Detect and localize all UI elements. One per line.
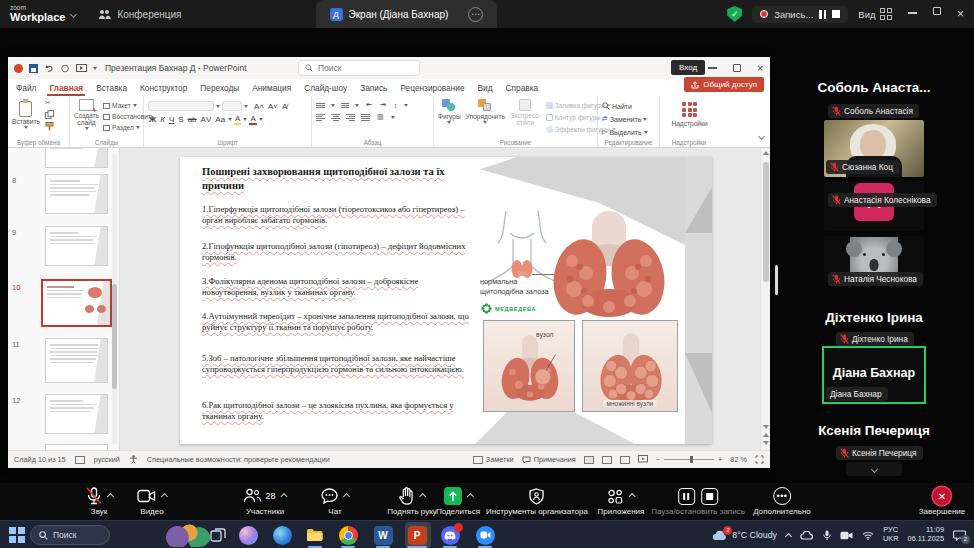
window-minimize-button[interactable] <box>908 12 917 14</box>
grow-font-button[interactable]: A˄ <box>253 102 265 111</box>
font-color-button[interactable]: А <box>249 114 256 125</box>
pause-record-icon[interactable] <box>678 488 695 505</box>
align-left-icon[interactable] <box>316 114 325 121</box>
quick-styles-button[interactable]: Экспресс-стили <box>510 99 541 126</box>
weather-widget[interactable]: 2 8°C Cloudy <box>712 530 777 541</box>
powerpoint-button[interactable]: P <box>405 524 429 546</box>
find-button[interactable]: Найти <box>602 102 656 110</box>
zoom-level[interactable]: 82 % <box>730 455 747 464</box>
tab-review[interactable]: Рецензирование <box>400 83 464 93</box>
view-reading-icon[interactable] <box>620 456 630 464</box>
thumbnail-scrollbar[interactable] <box>112 154 117 444</box>
tab-help[interactable]: Справка <box>506 83 539 93</box>
indent-increase-icon[interactable]: ⇥ <box>379 101 387 109</box>
justify-icon[interactable] <box>361 114 370 121</box>
stop-record-icon[interactable] <box>701 488 718 505</box>
word-button[interactable]: W <box>371 524 395 546</box>
video-button[interactable]: Видео <box>137 486 167 516</box>
columns-icon[interactable]: ▥ <box>376 113 385 121</box>
language-indicator[interactable]: русский <box>94 455 120 464</box>
highlight-button[interactable]: А <box>234 114 241 125</box>
numbering-icon[interactable] <box>341 103 349 108</box>
slide-thumbnail-8[interactable] <box>45 174 108 214</box>
change-case-button[interactable]: Аа <box>214 115 226 124</box>
ppt-signin-button[interactable]: Вход <box>671 60 705 75</box>
window-maximize-button[interactable] <box>933 7 941 15</box>
ppt-close-button[interactable]: × <box>757 62 763 74</box>
taskbar-clock[interactable]: 11:09 06.11.2025 <box>908 526 944 543</box>
host-tools-button[interactable]: Инструменты организатора <box>486 486 588 516</box>
save-icon[interactable] <box>29 64 38 73</box>
wifi-icon[interactable] <box>862 531 874 540</box>
tab-meeting[interactable]: Конференция <box>84 0 195 28</box>
ppt-maximize-button[interactable] <box>733 64 741 72</box>
zoom-slider[interactable]: − + <box>656 455 723 464</box>
shapes-button[interactable]: Фигуры <box>438 99 461 124</box>
align-center-icon[interactable] <box>331 114 340 121</box>
slide-thumbnail-12[interactable] <box>45 394 108 434</box>
bullets-icon[interactable] <box>316 103 325 108</box>
tab-animations[interactable]: Анимация <box>252 83 291 93</box>
char-spacing-button[interactable]: АV <box>200 115 213 124</box>
cut-icon[interactable]: ✂ <box>45 99 54 107</box>
audio-button[interactable]: Звук <box>85 486 113 516</box>
tray-camera-icon[interactable] <box>840 531 853 540</box>
scroll-up-icon[interactable] <box>763 151 769 155</box>
apps-options-icon[interactable] <box>629 492 636 499</box>
view-normal-icon[interactable] <box>584 456 594 464</box>
tab-screen-share[interactable]: Д Экран (Діана Бахнар) ⋯ <box>316 0 498 28</box>
ppt-share-button[interactable]: Общий доступ <box>684 77 764 92</box>
video-options-icon[interactable] <box>161 492 168 499</box>
clear-format-button[interactable]: A̸ <box>281 102 288 111</box>
paste-button[interactable]: Вставить <box>12 101 40 129</box>
slide-thumbnail-10-selected[interactable] <box>41 279 112 327</box>
text-shadow-button[interactable]: S <box>177 115 184 124</box>
tab-options-icon[interactable]: ⋯ <box>468 7 483 22</box>
undo-icon[interactable] <box>44 64 54 73</box>
edge-browser-button[interactable] <box>270 524 294 546</box>
participants-button[interactable]: 28 Участники <box>243 486 286 516</box>
tab-design[interactable]: Конструктор <box>140 83 187 93</box>
raise-hand-options-icon[interactable] <box>419 492 426 499</box>
raise-hand-button[interactable]: Поднять руку <box>387 486 436 516</box>
language-switcher[interactable]: РУС UKR <box>883 526 899 543</box>
notification-center-button[interactable]: 2 <box>953 530 966 541</box>
bold-button[interactable]: Ж <box>148 115 157 124</box>
more-button[interactable]: ••• Дополнительно <box>753 486 811 516</box>
tab-view[interactable]: Вид <box>478 83 493 93</box>
qat-more-icon[interactable] <box>93 67 97 70</box>
start-button[interactable] <box>5 524 29 546</box>
file-explorer-button[interactable] <box>303 524 327 546</box>
redo-icon[interactable] <box>60 64 70 73</box>
tab-slideshow[interactable]: Слайд-шоу <box>304 83 347 93</box>
tab-record[interactable]: Запись <box>360 83 387 93</box>
next-slide-icon[interactable] <box>763 441 769 445</box>
font-name-box[interactable] <box>148 101 214 111</box>
share-options-icon[interactable] <box>466 492 473 499</box>
pause-recording-icon[interactable] <box>819 10 826 19</box>
pause-stop-record-button[interactable]: Пауза/остановить запись <box>651 486 745 516</box>
apps-button[interactable]: Приложения <box>598 486 645 516</box>
zoom-out-icon[interactable]: − <box>656 455 660 464</box>
tab-home[interactable]: Главная <box>49 83 83 93</box>
logo-chevron-icon[interactable] <box>70 10 77 17</box>
chat-options-icon[interactable] <box>343 492 350 499</box>
copy-icon[interactable] <box>45 110 54 119</box>
tray-overflow-icon[interactable] <box>785 533 792 540</box>
share-screen-button[interactable]: Поделиться <box>436 486 480 516</box>
display-settings-icon[interactable] <box>75 456 85 464</box>
sidebar-scroll-down-button[interactable] <box>846 462 902 476</box>
sidebar-scrollbar[interactable] <box>775 265 778 295</box>
active-speaker-tile[interactable]: Діана Бахнар Діана Бахнар <box>822 346 926 404</box>
slide-thumbnail-9[interactable] <box>45 226 108 266</box>
indent-decrease-icon[interactable]: ⇤ <box>365 101 373 109</box>
slide-thumbnail-7[interactable] <box>45 148 108 168</box>
slide-scrollbar[interactable] <box>760 148 770 450</box>
end-meeting-button[interactable]: ✕ Завершение <box>919 486 966 516</box>
comments-button[interactable]: Примечания <box>522 455 576 464</box>
tray-mic-icon[interactable] <box>823 530 831 541</box>
fit-to-window-icon[interactable] <box>755 455 764 464</box>
notes-button[interactable]: Заметки <box>473 455 514 464</box>
strikethrough-button[interactable]: ab <box>187 115 198 124</box>
addins-button[interactable]: Надстройки <box>664 100 715 127</box>
